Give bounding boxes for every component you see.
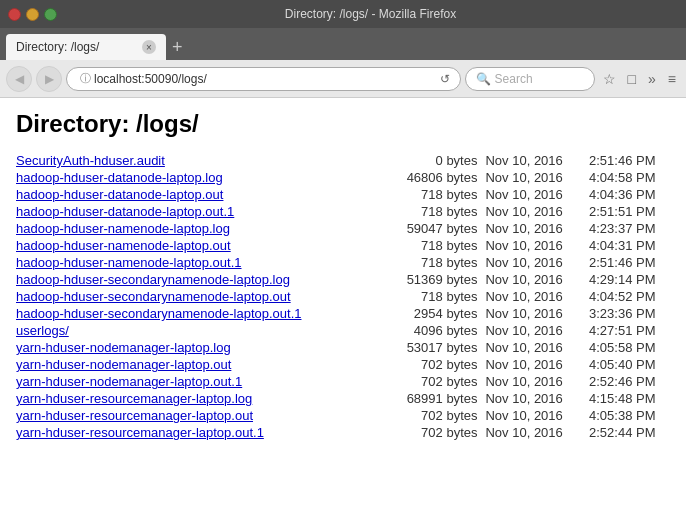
table-row: yarn-hduser-resourcemanager-laptop.log68… xyxy=(16,390,670,407)
file-link[interactable]: yarn-hduser-nodemanager-laptop.out xyxy=(16,357,231,372)
forward-icon: ▶ xyxy=(45,72,54,86)
file-time: 2:52:44 PM xyxy=(589,424,670,441)
file-link[interactable]: hadoop-hduser-secondarynamenode-laptop.l… xyxy=(16,272,290,287)
file-size: 46806 bytes xyxy=(388,169,485,186)
file-time: 2:52:46 PM xyxy=(589,373,670,390)
file-date: Nov 10, 2016 xyxy=(485,271,589,288)
file-date: Nov 10, 2016 xyxy=(485,424,589,441)
table-row: hadoop-hduser-namenode-laptop.out718 byt… xyxy=(16,237,670,254)
table-row: hadoop-hduser-namenode-laptop.log59047 b… xyxy=(16,220,670,237)
file-date: Nov 10, 2016 xyxy=(485,220,589,237)
file-time: 2:51:51 PM xyxy=(589,203,670,220)
file-size: 702 bytes xyxy=(388,356,485,373)
file-date: Nov 10, 2016 xyxy=(485,322,589,339)
file-size: 59047 bytes xyxy=(388,220,485,237)
file-time: 2:51:46 PM xyxy=(589,254,670,271)
file-time: 4:29:14 PM xyxy=(589,271,670,288)
search-bar[interactable]: 🔍 Search xyxy=(465,67,595,91)
file-date: Nov 10, 2016 xyxy=(485,407,589,424)
overflow-button[interactable]: » xyxy=(644,69,660,89)
url-bar[interactable]: ⓘ localhost:50090/logs/ ↺ xyxy=(66,67,461,91)
file-time: 4:15:48 PM xyxy=(589,390,670,407)
file-date: Nov 10, 2016 xyxy=(485,203,589,220)
file-date: Nov 10, 2016 xyxy=(485,237,589,254)
file-date: Nov 10, 2016 xyxy=(485,339,589,356)
file-size: 68991 bytes xyxy=(388,390,485,407)
table-row: SecurityAuth-hduser.audit0 bytesNov 10, … xyxy=(16,152,670,169)
table-row: yarn-hduser-nodemanager-laptop.out702 by… xyxy=(16,356,670,373)
url-text: localhost:50090/logs/ xyxy=(94,72,440,86)
table-row: hadoop-hduser-datanode-laptop.out.1718 b… xyxy=(16,203,670,220)
bookmark-button[interactable]: ☆ xyxy=(599,69,620,89)
file-link[interactable]: hadoop-hduser-datanode-laptop.out xyxy=(16,187,223,202)
page-title: Directory: /logs/ xyxy=(16,110,670,138)
reader-button[interactable]: □ xyxy=(624,69,640,89)
table-row: yarn-hduser-nodemanager-laptop.log53017 … xyxy=(16,339,670,356)
file-date: Nov 10, 2016 xyxy=(485,152,589,169)
file-link[interactable]: hadoop-hduser-namenode-laptop.out xyxy=(16,238,231,253)
table-row: userlogs/4096 bytesNov 10, 20164:27:51 P… xyxy=(16,322,670,339)
file-size: 4096 bytes xyxy=(388,322,485,339)
file-size: 718 bytes xyxy=(388,254,485,271)
navbar: ◀ ▶ ⓘ localhost:50090/logs/ ↺ 🔍 Search ☆… xyxy=(0,60,686,98)
file-date: Nov 10, 2016 xyxy=(485,305,589,322)
browser-tab[interactable]: Directory: /logs/ × xyxy=(6,34,166,60)
file-link[interactable]: SecurityAuth-hduser.audit xyxy=(16,153,165,168)
file-link[interactable]: yarn-hduser-nodemanager-laptop.log xyxy=(16,340,231,355)
file-link[interactable]: hadoop-hduser-namenode-laptop.log xyxy=(16,221,230,236)
window-title: Directory: /logs/ - Mozilla Firefox xyxy=(63,7,678,21)
forward-button[interactable]: ▶ xyxy=(36,66,62,92)
search-icon: 🔍 xyxy=(476,72,491,86)
file-link[interactable]: yarn-hduser-nodemanager-laptop.out.1 xyxy=(16,374,242,389)
file-date: Nov 10, 2016 xyxy=(485,254,589,271)
file-link[interactable]: yarn-hduser-resourcemanager-laptop.out xyxy=(16,408,253,423)
file-link[interactable]: hadoop-hduser-namenode-laptop.out.1 xyxy=(16,255,242,270)
close-window-button[interactable] xyxy=(8,8,21,21)
file-link[interactable]: hadoop-hduser-datanode-laptop.log xyxy=(16,170,223,185)
file-link[interactable]: hadoop-hduser-secondarynamenode-laptop.o… xyxy=(16,306,301,321)
file-time: 4:04:52 PM xyxy=(589,288,670,305)
file-list: SecurityAuth-hduser.audit0 bytesNov 10, … xyxy=(16,152,670,441)
file-time: 4:05:38 PM xyxy=(589,407,670,424)
file-link[interactable]: userlogs/ xyxy=(16,323,69,338)
table-row: yarn-hduser-resourcemanager-laptop.out70… xyxy=(16,407,670,424)
file-date: Nov 10, 2016 xyxy=(485,186,589,203)
file-time: 4:05:40 PM xyxy=(589,356,670,373)
tabbar: Directory: /logs/ × + xyxy=(0,28,686,60)
file-size: 2954 bytes xyxy=(388,305,485,322)
table-row: yarn-hduser-nodemanager-laptop.out.1702 … xyxy=(16,373,670,390)
file-size: 718 bytes xyxy=(388,186,485,203)
file-size: 718 bytes xyxy=(388,203,485,220)
file-link[interactable]: hadoop-hduser-datanode-laptop.out.1 xyxy=(16,204,234,219)
file-link[interactable]: yarn-hduser-resourcemanager-laptop.log xyxy=(16,391,252,406)
titlebar: Directory: /logs/ - Mozilla Firefox xyxy=(0,0,686,28)
file-date: Nov 10, 2016 xyxy=(485,356,589,373)
file-time: 2:51:46 PM xyxy=(589,152,670,169)
minimize-window-button[interactable] xyxy=(26,8,39,21)
refresh-button[interactable]: ↺ xyxy=(440,72,450,86)
file-time: 4:04:58 PM xyxy=(589,169,670,186)
file-date: Nov 10, 2016 xyxy=(485,373,589,390)
file-size: 51369 bytes xyxy=(388,271,485,288)
file-link[interactable]: hadoop-hduser-secondarynamenode-laptop.o… xyxy=(16,289,291,304)
window-controls xyxy=(8,8,57,21)
table-row: hadoop-hduser-secondarynamenode-laptop.o… xyxy=(16,288,670,305)
maximize-window-button[interactable] xyxy=(44,8,57,21)
new-tab-button[interactable]: + xyxy=(166,34,189,60)
table-row: hadoop-hduser-datanode-laptop.out718 byt… xyxy=(16,186,670,203)
file-size: 702 bytes xyxy=(388,407,485,424)
table-row: hadoop-hduser-datanode-laptop.log46806 b… xyxy=(16,169,670,186)
back-button[interactable]: ◀ xyxy=(6,66,32,92)
menu-button[interactable]: ≡ xyxy=(664,69,680,89)
file-link[interactable]: yarn-hduser-resourcemanager-laptop.out.1 xyxy=(16,425,264,440)
file-time: 3:23:36 PM xyxy=(589,305,670,322)
file-size: 53017 bytes xyxy=(388,339,485,356)
file-date: Nov 10, 2016 xyxy=(485,390,589,407)
file-time: 4:04:36 PM xyxy=(589,186,670,203)
file-size: 718 bytes xyxy=(388,237,485,254)
file-date: Nov 10, 2016 xyxy=(485,169,589,186)
tab-close-button[interactable]: × xyxy=(142,40,156,54)
file-size: 702 bytes xyxy=(388,424,485,441)
tab-label: Directory: /logs/ xyxy=(16,40,99,54)
file-time: 4:27:51 PM xyxy=(589,322,670,339)
